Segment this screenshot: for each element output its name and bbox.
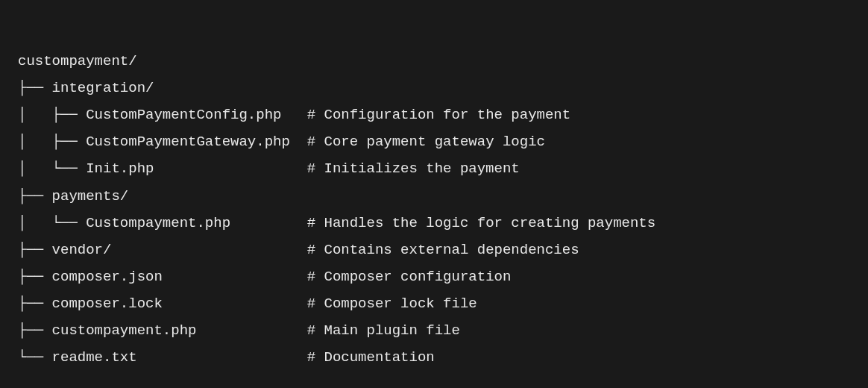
tree-prefix: │ └── — [18, 155, 86, 182]
tree-comment: # Contains external dependencies — [307, 237, 579, 263]
tree-spacer — [163, 263, 307, 290]
tree-prefix: ├── — [18, 317, 52, 344]
tree-line: ├── custompayment.php # Main plugin file — [18, 317, 850, 344]
tree-line: ├── composer.json # Composer configurati… — [18, 263, 850, 290]
tree-item-name: custompayment.php — [52, 317, 197, 344]
tree-prefix: │ ├── — [18, 128, 86, 155]
tree-prefix: │ ├── — [18, 101, 86, 128]
tree-item-name: vendor/ — [52, 237, 112, 263]
tree-line: ├── payments/ — [18, 183, 850, 210]
tree-item-name: custompayment/ — [18, 48, 137, 75]
tree-prefix: ├── — [18, 183, 52, 210]
tree-comment: # Documentation — [307, 344, 435, 371]
tree-spacer — [111, 237, 306, 263]
tree-item-name: composer.json — [52, 263, 163, 290]
tree-item-name: integration/ — [52, 75, 154, 101]
directory-tree: custompayment/├── integration/│ ├── Cust… — [18, 21, 850, 371]
tree-item-name: Custompayment.php — [86, 210, 230, 237]
tree-comment: # Composer lock file — [307, 290, 477, 317]
tree-line: custompayment/ — [18, 48, 850, 75]
tree-item-name: composer.lock — [52, 290, 163, 317]
tree-line: ├── vendor/ # Contains external dependen… — [18, 237, 850, 263]
tree-comment: # Composer configuration — [307, 263, 512, 290]
tree-comment: # Handles the logic for creating payment… — [307, 210, 655, 237]
tree-spacer — [154, 155, 306, 182]
tree-line: ├── composer.lock # Composer lock file — [18, 290, 850, 317]
tree-prefix: ├── — [18, 237, 52, 263]
tree-line: │ └── Init.php # Initializes the payment — [18, 155, 850, 182]
tree-item-name: payments/ — [52, 183, 129, 210]
tree-line: └── readme.txt # Documentation — [18, 344, 850, 371]
tree-comment: # Initializes the payment — [307, 155, 520, 182]
tree-item-name: Init.php — [86, 155, 154, 182]
tree-spacer — [230, 210, 307, 237]
tree-spacer — [163, 290, 307, 317]
tree-spacer — [281, 101, 306, 128]
tree-item-name: CustomPaymentConfig.php — [86, 101, 281, 128]
tree-prefix: ├── — [18, 290, 52, 317]
tree-line: │ ├── CustomPaymentConfig.php # Configur… — [18, 101, 850, 128]
tree-prefix: └── — [18, 344, 52, 371]
tree-prefix: ├── — [18, 263, 52, 290]
tree-item-name: readme.txt — [52, 344, 137, 371]
tree-spacer — [196, 317, 306, 344]
tree-prefix: │ └── — [18, 210, 86, 237]
tree-comment: # Configuration for the payment — [307, 101, 570, 128]
tree-spacer — [290, 128, 307, 155]
tree-comment: # Main plugin file — [307, 317, 460, 344]
tree-prefix: ├── — [18, 75, 52, 101]
tree-line: ├── integration/ — [18, 75, 850, 101]
tree-comment: # Core payment gateway logic — [307, 128, 545, 155]
tree-spacer — [137, 344, 307, 371]
tree-item-name: CustomPaymentGateway.php — [86, 128, 290, 155]
tree-line: │ └── Custompayment.php # Handles the lo… — [18, 210, 850, 237]
tree-line: │ ├── CustomPaymentGateway.php # Core pa… — [18, 128, 850, 155]
